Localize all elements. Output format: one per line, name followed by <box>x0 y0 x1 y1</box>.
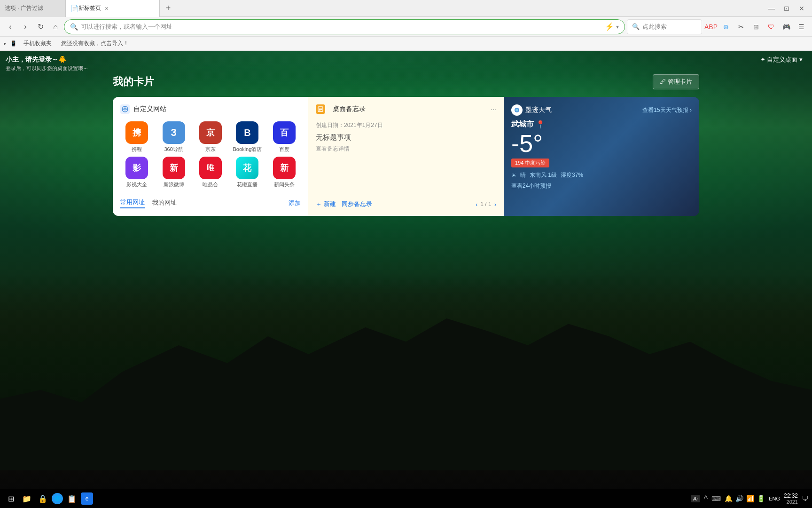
tray-icon-4[interactable]: 🔋 <box>757 495 765 502</box>
site-360-label: 360导航 <box>164 146 183 153</box>
back-button[interactable]: ‹ <box>4 20 17 33</box>
site-weibo-icon: 新 <box>163 157 185 179</box>
weather-condition-icon: ☀ <box>511 172 516 179</box>
notes-new-button[interactable]: ＋ 新建 <box>316 200 336 208</box>
site-weidian[interactable]: 唯 唯品会 <box>194 157 227 188</box>
minimize-button[interactable]: — <box>765 2 778 15</box>
weather-card-header: 墨迹天气 查看15天天气预报 › <box>511 104 692 116</box>
taskbar-clock: 22:32 <box>784 492 798 499</box>
taskbar-lock-icon[interactable]: 🔒 <box>36 492 50 506</box>
site-weibo[interactable]: 新 新浪微博 <box>157 157 190 188</box>
bookmarks-label[interactable]: 手机收藏夹 <box>21 39 55 48</box>
taskbar-keyboard-icon[interactable]: ⌨ <box>711 495 721 502</box>
taskbar-monitor-icon[interactable]: e <box>81 492 93 505</box>
tab-previous[interactable]: 选项 · 广告过滤 <box>0 0 66 17</box>
site-booking-label: Booking酒店 <box>233 146 262 153</box>
restore-button[interactable]: ⊡ <box>780 2 793 15</box>
site-news[interactable]: 新 新闻头条 <box>268 157 301 188</box>
site-jd[interactable]: 京 京东 <box>194 121 227 153</box>
360-icon[interactable]: ⊕ <box>719 20 733 34</box>
site-ctrip[interactable]: 携 携程 <box>120 121 153 153</box>
home-button[interactable]: ⌂ <box>49 20 62 33</box>
tab-active[interactable]: 📄 新标签页 × <box>66 0 160 17</box>
cards-header: 我的卡片 🖊 管理卡片 <box>113 74 699 89</box>
search-box-text: 点此搜索 <box>642 23 667 31</box>
chevron-down-icon[interactable]: ▾ <box>616 24 619 30</box>
tray-icon-1[interactable]: 🔔 <box>725 495 733 502</box>
refresh-button[interactable]: ↻ <box>34 20 47 33</box>
search-box-icon: 🔍 <box>632 23 640 30</box>
browser-titlebar: 选项 · 广告过滤 📄 新标签页 × + — ⊡ ✕ <box>0 0 812 17</box>
address-bar[interactable]: 🔍 可以进行搜索，或者输入一个网址 ⚡ ▾ <box>64 19 625 34</box>
notes-icon <box>316 104 325 114</box>
weather-header-title: 墨迹天气 <box>525 106 552 114</box>
adblock-icon[interactable]: ABP <box>704 20 718 34</box>
customize-button[interactable]: ✦ 自定义桌面 ▾ <box>760 56 803 64</box>
user-area: 小主，请先登录～🐥 登录后，可以同步您的桌面设置哦～ <box>6 56 88 72</box>
card-weather: 墨迹天气 查看15天天气预报 › 武城市 📍 -5° 194 中度污染 ☀ 晴 … <box>504 97 699 216</box>
notes-next-button[interactable]: › <box>494 201 496 208</box>
tray-icon-2[interactable]: 🔊 <box>735 495 743 502</box>
site-video-icon: 影 <box>125 157 148 179</box>
cards-title: 我的卡片 <box>113 75 154 89</box>
address-right-icons: ⚡ ▾ <box>605 22 619 31</box>
weather-forecast-link[interactable]: 查看15天天气预报 › <box>642 106 692 114</box>
weather-wind: 东南风 1级 <box>530 171 557 179</box>
notes-sync-button[interactable]: 同步备忘录 <box>342 200 372 208</box>
site-360-icon: 3 <box>163 121 185 144</box>
menu-icon[interactable]: ☰ <box>794 20 808 34</box>
notes-title: 无标题事项 <box>316 133 496 142</box>
site-booking[interactable]: B Booking酒店 <box>231 121 264 153</box>
search-box[interactable]: 🔍 点此搜索 <box>627 19 702 34</box>
sites-card-title: 自定义网站 <box>133 105 166 113</box>
tab-common-sites[interactable]: 常用网址 <box>120 198 145 208</box>
svg-point-7 <box>515 109 518 111</box>
taskbar-lang[interactable]: ENG <box>769 496 780 501</box>
taskbar-notification-button[interactable]: 🗨 <box>802 495 808 502</box>
manage-cards-button[interactable]: 🖊 管理卡片 <box>653 74 699 89</box>
close-button[interactable]: ✕ <box>795 2 808 15</box>
forward-button[interactable]: › <box>19 20 32 33</box>
weather-24h-link[interactable]: 查看24小时预报 <box>511 182 692 190</box>
search-icon: 🔍 <box>70 23 78 31</box>
weather-logo <box>511 104 523 116</box>
bookmarks-bar: ▸ 📱 手机收藏夹 您还没有收藏，点击导入！ <box>0 37 812 51</box>
taskbar-start-icon[interactable]: ⊞ <box>4 492 18 506</box>
site-huajiao[interactable]: 花 花椒直播 <box>231 157 264 188</box>
tray-icon-3[interactable]: 📶 <box>746 495 754 502</box>
extension-icon[interactable]: ⊞ <box>749 20 763 34</box>
taskbar-clipboard-icon[interactable]: 📋 <box>65 492 79 506</box>
new-tab-button[interactable]: + <box>160 0 177 17</box>
shield-icon[interactable]: 🛡 <box>764 20 778 34</box>
notes-page-indicator: 1 / 1 <box>480 201 491 207</box>
weather-city: 武城市 📍 <box>511 119 692 129</box>
site-weibo-label: 新浪微博 <box>164 181 184 188</box>
lightning-icon: ⚡ <box>605 22 614 31</box>
site-360[interactable]: 3 360导航 <box>157 121 190 153</box>
notes-sub[interactable]: 查看备忘详情 <box>316 145 496 153</box>
site-video[interactable]: 影 影视大全 <box>120 157 153 188</box>
tab-custom-sites[interactable]: 我的网址 <box>152 198 177 208</box>
site-ctrip-icon: 携 <box>125 121 148 144</box>
taskbar-browser-icon[interactable]: 🌐 <box>52 493 63 504</box>
add-site-button[interactable]: + 添加 <box>283 199 301 207</box>
titlebar-right-icons: — ⊡ ✕ <box>765 2 812 15</box>
taskbar-right: Ai ^ ⌨ 🔔 🔊 📶 🔋 ENG 22:32 2021 🗨 <box>691 492 808 505</box>
notes-card-title: 桌面备忘录 <box>333 105 366 113</box>
user-login-text[interactable]: 小主，请先登录～🐥 <box>6 56 88 64</box>
bookmarks-chevron[interactable]: ▸ <box>4 40 7 47</box>
notes-prev-button[interactable]: ‹ <box>476 201 477 208</box>
game-icon[interactable]: 🎮 <box>779 20 793 34</box>
taskbar-folder-icon[interactable]: 📁 <box>20 492 34 506</box>
scissors-icon[interactable]: ✂ <box>734 20 748 34</box>
site-video-label: 影视大全 <box>126 181 147 188</box>
ai-label[interactable]: Ai <box>691 495 700 502</box>
taskbar: ⊞ 📁 🔒 🌐 📋 e Ai ^ ⌨ 🔔 🔊 📶 🔋 ENG 22:32 202… <box>0 489 812 508</box>
bookmarks-hint[interactable]: 您还没有收藏，点击导入！ <box>58 39 132 48</box>
site-baidu[interactable]: 百 百度 <box>268 121 301 153</box>
tab-close-button[interactable]: × <box>105 5 109 12</box>
notes-menu-button[interactable]: ··· <box>491 105 496 113</box>
taskbar-chevron[interactable]: ^ <box>704 494 708 504</box>
site-weidian-icon: 唯 <box>199 157 222 179</box>
site-jd-label: 京东 <box>205 146 216 153</box>
